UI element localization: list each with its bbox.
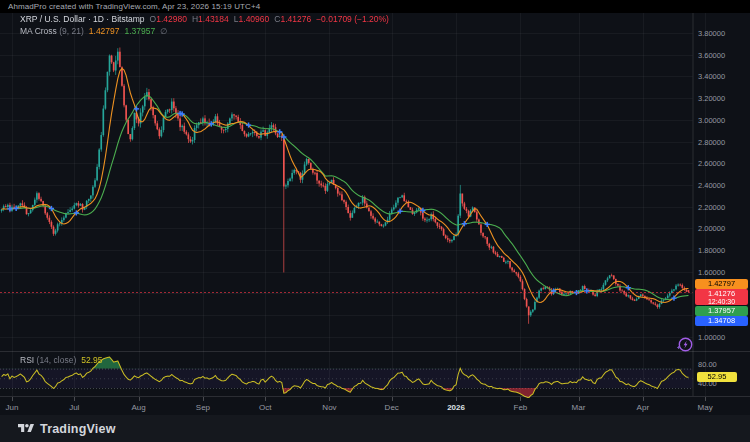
ma-slow-value: 1.37957 — [125, 26, 156, 36]
symbol-meta: · 1D · Bitstamp — [88, 14, 145, 24]
rsi-value: 52.95 — [81, 355, 102, 365]
rsi-title: RSI — [20, 355, 34, 365]
tradingview-logo-mark-icon — [18, 422, 34, 435]
ma-cross-legend: MA Cross (9, 21)1.427971.37957∅ — [20, 26, 167, 36]
ma-cross-price-badge: 1.34708 — [695, 316, 748, 326]
ma-fast-price-badge: 1.42797 — [695, 279, 748, 289]
ohlc-values: O1.42980H1.43184L1.40960C1.41276 — [145, 14, 312, 24]
footer-bar: TradingView — [0, 415, 750, 442]
last-price-badge: 1.4127612:40:30 — [695, 289, 748, 305]
tradingview-snapshot: AhmadPro created with TradingView.com, A… — [0, 0, 750, 442]
ma-slow-price-badge: 1.37957 — [695, 306, 748, 316]
rsi-legend: RSI (14, close)52.95 — [20, 355, 103, 365]
symbol-title: XRP / U.S. Dollar — [20, 14, 86, 24]
change-value: −0.01709 (−1.20%) — [316, 14, 389, 24]
boost-flash-icon[interactable] — [674, 336, 694, 354]
attribution-text: AhmadPro created with TradingView.com, A… — [8, 2, 260, 11]
ma-fast-value: 1.42797 — [89, 26, 120, 36]
rsi-params: (14, close) — [37, 355, 77, 365]
ohlc-c-value: C1.41276 — [274, 14, 311, 24]
ohlc-h-value: H1.43184 — [192, 14, 229, 24]
ohlc-l-value: L1.40960 — [234, 14, 269, 24]
tradingview-logo-text: TradingView — [40, 422, 116, 436]
symbol-legend: XRP / U.S. Dollar · 1D · BitstampO1.4298… — [20, 14, 389, 24]
rsi-value-badge: 52.95 — [697, 372, 737, 382]
no-data-icon: ∅ — [160, 27, 167, 36]
ma-cross-title: MA Cross — [20, 26, 57, 36]
ma-cross-params: (9, 21) — [59, 26, 84, 36]
countdown-timer: 12:40:30 — [695, 298, 748, 306]
price-chart-canvas[interactable] — [0, 0, 750, 442]
attribution-bar: AhmadPro created with TradingView.com, A… — [0, 0, 750, 13]
ohlc-o-value: O1.42980 — [150, 14, 187, 24]
tradingview-logo[interactable]: TradingView — [18, 415, 116, 442]
